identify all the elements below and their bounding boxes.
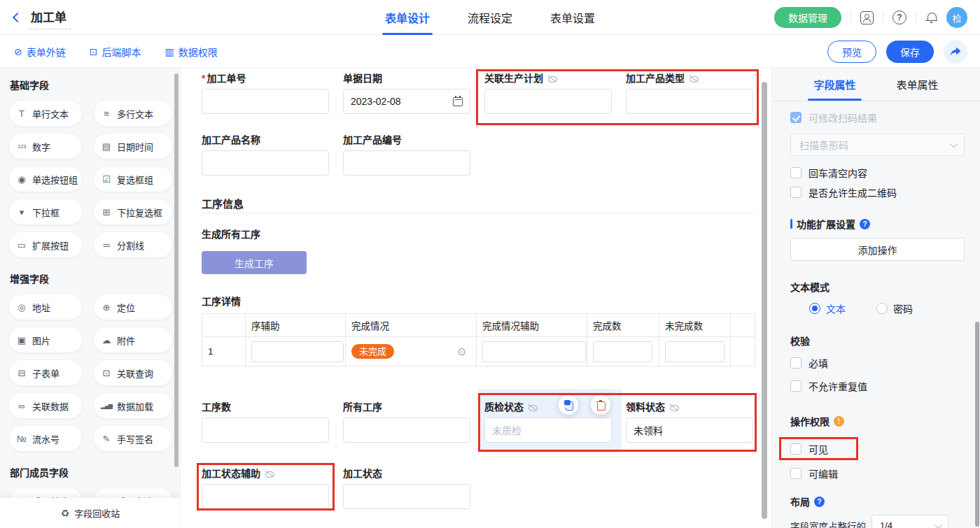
eye-off-icon <box>668 401 680 413</box>
data-manage-button[interactable]: 数据管理 <box>774 7 841 28</box>
data-load-icon: ▂▄▆ <box>101 403 112 409</box>
field-type-signature[interactable]: ✎手写签名 <box>94 426 172 451</box>
field-type-label: 图片 <box>32 334 50 347</box>
field-type-link-data[interactable]: ∞关联数据 <box>9 393 82 418</box>
field-processing-status[interactable]: 加工状态 <box>343 468 470 509</box>
field-width-select[interactable]: 1/4 <box>872 515 948 528</box>
copy-icon <box>564 400 573 411</box>
field-type-date-time[interactable]: ▤日期时间 <box>94 134 172 159</box>
field-type-multi-line-text[interactable]: ≡多行文本 <box>94 101 172 126</box>
field-all-processes[interactable]: 所有工序 <box>343 401 470 443</box>
tab-field-properties[interactable]: 字段属性 <box>813 68 855 101</box>
field-order-no[interactable]: 加工单号 <box>202 73 329 114</box>
field-type-data-load[interactable]: ▂▄▆数据加载 <box>94 393 172 418</box>
calendar-icon <box>453 97 463 106</box>
backend-script-link[interactable]: ⊡ 后端脚本 <box>90 45 141 59</box>
date-input[interactable]: 2023-02-08 <box>343 89 470 114</box>
field-picking-status[interactable]: 领料状态 未领料 <box>626 401 753 443</box>
field-linked-production-plan[interactable]: 关联生产计划 <box>484 73 612 114</box>
checkbox-label: 回车清空内容 <box>808 166 867 180</box>
help-circle-icon[interactable]: ? <box>814 497 825 507</box>
notification-bell-icon[interactable] <box>925 12 937 24</box>
field-type-checkbox-group[interactable]: ☑复选框组 <box>94 166 172 192</box>
data-permission-link[interactable]: ▥ 数据权限 <box>164 45 217 59</box>
sidebar-scrollbar[interactable] <box>174 73 178 467</box>
checkbox[interactable] <box>790 468 802 479</box>
field-type-image[interactable]: ▣图片 <box>9 327 82 352</box>
field-product-code[interactable]: 加工产品编号 <box>343 134 470 176</box>
delete-field-button[interactable] <box>591 395 610 415</box>
field-recycle-bin[interactable]: ♻ 字段回收站 <box>0 498 181 528</box>
field-type-radio-group[interactable]: ◉单选按钮组 <box>9 166 82 192</box>
preview-button[interactable]: 预览 <box>827 41 876 63</box>
tab-form-properties[interactable]: 表单属性 <box>897 68 939 101</box>
field-type-extend-button[interactable]: ▭扩展按钮 <box>9 232 82 257</box>
chevron-left-icon <box>13 13 22 22</box>
number-icon: 123 <box>16 143 27 150</box>
field-input[interactable] <box>202 89 329 114</box>
radio-password[interactable]: 密码 <box>876 301 913 315</box>
share-button[interactable] <box>944 40 967 64</box>
editable-checkbox-row: 可编辑 <box>790 466 965 480</box>
field-input[interactable] <box>202 150 329 176</box>
field-product-type[interactable]: 加工产品类型 <box>626 73 753 114</box>
checkbox[interactable] <box>790 443 802 455</box>
save-button[interactable]: 保存 <box>886 41 934 63</box>
avatar[interactable]: 检 <box>946 7 967 28</box>
field-input[interactable] <box>343 150 470 176</box>
generate-process-button[interactable]: 生成工序 <box>202 251 307 274</box>
form-external-link[interactable]: ⊘ 表单外链 <box>14 45 66 59</box>
help-icon[interactable]: ? <box>892 10 906 24</box>
radio-text[interactable]: 文本 <box>809 301 846 315</box>
cell-input[interactable] <box>251 341 344 362</box>
tab-form-design[interactable]: 表单设计 <box>382 0 433 35</box>
field-input[interactable]: 未领料 <box>626 418 753 443</box>
field-input[interactable] <box>484 89 612 114</box>
field-doc-date[interactable]: 单据日期 2023-02-08 <box>343 73 470 114</box>
cell-input[interactable] <box>665 341 724 362</box>
field-type-link-query[interactable]: ⊡关联查询 <box>94 360 172 385</box>
field-type-single-line-text[interactable]: T单行文本 <box>9 101 82 126</box>
status-badge[interactable]: 未完成 <box>351 344 394 359</box>
checkbox[interactable] <box>790 357 802 369</box>
tab-flow-setting[interactable]: 流程设定 <box>465 0 515 35</box>
field-input[interactable] <box>343 418 470 443</box>
field-process-count[interactable]: 工序数 <box>202 401 329 443</box>
field-type-location[interactable]: ⊕定位 <box>94 294 172 320</box>
field-product-name[interactable]: 加工产品名称 <box>202 134 329 176</box>
field-input[interactable]: 未质检 <box>484 418 612 443</box>
field-input[interactable] <box>202 484 329 509</box>
field-type-sub-form[interactable]: ⊟子表单 <box>9 360 82 385</box>
checkbox[interactable] <box>790 380 802 392</box>
circle-dot-icon[interactable]: ⊙ <box>457 345 466 358</box>
help-circle-icon[interactable]: ? <box>860 219 870 229</box>
cell-input[interactable] <box>593 341 652 362</box>
address-book-icon[interactable] <box>860 11 874 24</box>
field-type-multi-select[interactable]: ⊞下拉复选框 <box>94 199 172 224</box>
field-type-select[interactable]: ▾下拉框 <box>9 199 82 224</box>
field-input[interactable] <box>343 484 470 509</box>
checkbox-checked-disabled[interactable] <box>790 112 802 123</box>
field-processing-status-aux[interactable]: 加工状态辅助 <box>202 468 329 509</box>
cell-input[interactable] <box>482 341 586 362</box>
link-label: 表单外链 <box>27 45 66 59</box>
checkbox-label: 可修改扫码结果 <box>808 110 877 124</box>
scan-type-dropdown[interactable]: 扫描条形码 <box>790 134 965 156</box>
back-button[interactable] <box>14 14 21 21</box>
add-action-button[interactable]: 添加操作 <box>790 238 965 261</box>
field-type-serial-number[interactable]: №流水号 <box>9 426 82 451</box>
field-type-number[interactable]: 123数字 <box>9 134 82 159</box>
field-type-divider-line[interactable]: ═分割线 <box>94 232 172 257</box>
table-row: 1 未完成 ⊙ <box>202 337 755 366</box>
field-input[interactable] <box>202 418 329 443</box>
link-label: 后端脚本 <box>102 45 141 59</box>
canvas-scrollbar[interactable] <box>762 82 767 519</box>
field-input[interactable] <box>626 89 753 114</box>
field-type-address[interactable]: ◎地址 <box>9 294 82 320</box>
panel-scrollbar[interactable] <box>975 322 979 527</box>
checkbox[interactable] <box>790 167 802 178</box>
copy-field-button[interactable] <box>559 395 578 415</box>
tab-form-setting[interactable]: 表单设置 <box>547 0 598 35</box>
field-type-attachment[interactable]: ☁附件 <box>94 327 172 352</box>
checkbox[interactable] <box>790 187 802 198</box>
